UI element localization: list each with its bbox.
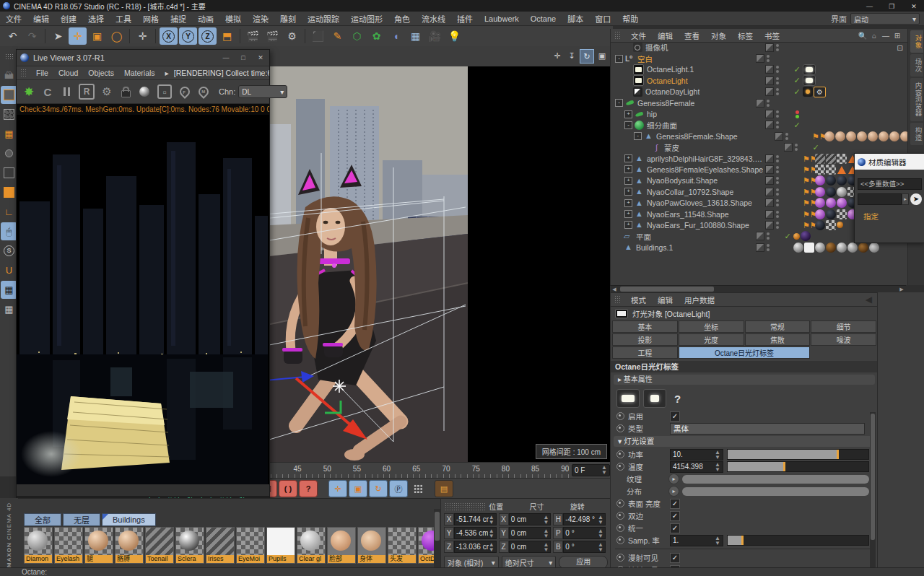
- tag-purple[interactable]: [815, 187, 825, 197]
- material-Clear gl[interactable]: Clear gl: [297, 527, 326, 564]
- material-Eyelash[interactable]: Eyelash: [54, 527, 83, 564]
- deformer-icon[interactable]: ◖: [387, 27, 405, 45]
- tag-flag[interactable]: ⚑⚑: [803, 209, 814, 219]
- visibility-toggles[interactable]: [765, 176, 791, 185]
- tag-skin[interactable]: [835, 131, 845, 141]
- material-Toenail[interactable]: Toenail: [145, 527, 174, 564]
- rotation-field[interactable]: 0 °▲▼: [563, 541, 606, 553]
- polygons-mode-icon[interactable]: [1, 183, 17, 201]
- basic-properties-group[interactable]: ▸ 基本属性: [614, 375, 875, 385]
- key-parameter-toggle[interactable]: Ⓟ: [389, 480, 408, 497]
- tag-gray[interactable]: [837, 187, 847, 197]
- workplane-mode-icon[interactable]: ▦: [1, 125, 17, 143]
- menu-工具[interactable]: 工具: [110, 13, 137, 25]
- workplane-grid-icon[interactable]: ▦: [1, 281, 17, 299]
- menu-脚本[interactable]: 脚本: [562, 13, 589, 25]
- menu-创建[interactable]: 创建: [55, 13, 82, 25]
- material-tab-Buildings[interactable]: Buildings: [102, 513, 156, 526]
- channel-dropdown[interactable]: DL▾: [238, 85, 287, 98]
- keyframe-dot-icon[interactable]: [616, 424, 624, 432]
- am-menu-用户数据[interactable]: 用户数据: [679, 294, 720, 305]
- tree-row-OctaneDayLight[interactable]: OctaneDayLight✓⚙: [611, 87, 907, 97]
- om-tab-构造[interactable]: 构造: [910, 123, 923, 145]
- attr-tab-常规[interactable]: 常规: [745, 320, 811, 333]
- attr-tab-工程[interactable]: 工程: [612, 346, 678, 359]
- tag-flag[interactable]: ⚑⚑: [803, 154, 814, 164]
- x-axis-lock-icon[interactable]: X: [160, 27, 178, 45]
- tree-row-摄像机[interactable]: 摄像机⊡: [611, 42, 907, 53]
- size-field[interactable]: 0 cm▲▼: [509, 541, 552, 553]
- visibility-toggles[interactable]: [775, 132, 801, 141]
- menu-窗口[interactable]: 窗口: [589, 13, 616, 25]
- material-身体[interactable]: 身体: [357, 527, 386, 564]
- tag-purple[interactable]: [815, 175, 825, 186]
- render-to-pv-icon[interactable]: 🎬: [263, 27, 282, 45]
- visibility-toggles[interactable]: [765, 198, 791, 207]
- material-Irises[interactable]: Irises: [206, 527, 235, 564]
- viewport-solo-icon[interactable]: 🖱: [1, 222, 17, 240]
- edges-mode-icon[interactable]: [1, 164, 17, 182]
- maximize-button[interactable]: ❐: [881, 3, 902, 10]
- lv-close-button[interactable]: ✕: [252, 54, 269, 61]
- area-light-type-button[interactable]: [616, 389, 640, 408]
- material-tab-无层[interactable]: 无层: [63, 513, 100, 526]
- tag-ball[interactable]: [837, 222, 843, 228]
- tag-checker[interactable]: [826, 165, 836, 175]
- live-viewer-titlebar[interactable]: Live Viewer 3.07-R1 — □ ✕: [17, 50, 269, 66]
- menu-角色[interactable]: 角色: [388, 13, 416, 25]
- om-menu-查看[interactable]: 查看: [679, 30, 705, 41]
- material-picker-icon[interactable]: M: [194, 82, 213, 101]
- tag-tri[interactable]: [837, 165, 847, 175]
- material-脸部[interactable]: 脸部: [327, 527, 356, 564]
- material-头发[interactable]: 头发: [388, 527, 417, 564]
- section-灯光设置[interactable]: ▾ 灯光设置: [614, 436, 875, 447]
- region-render-icon[interactable]: R: [79, 84, 95, 100]
- menu-插件[interactable]: 插件: [451, 13, 479, 25]
- lock-resolution-icon[interactable]: [116, 82, 135, 101]
- checkbox-双边[interactable]: ✓: [670, 511, 680, 521]
- tag-gray[interactable]: [847, 243, 858, 253]
- visibility-toggles[interactable]: [765, 65, 791, 74]
- camera-object-icon[interactable]: 🎥: [426, 27, 444, 45]
- tag-skin[interactable]: [824, 131, 834, 141]
- expand-arrow-icon[interactable]: ▸: [902, 193, 909, 205]
- key-rotation-toggle[interactable]: ↻: [369, 480, 388, 497]
- am-menu-编辑[interactable]: 编辑: [652, 294, 679, 305]
- tree-row-Genesis8Female[interactable]: -Genesis8Female: [611, 97, 907, 108]
- current-frame-field[interactable]: 0 F▲▼: [572, 464, 610, 476]
- restart-render-icon[interactable]: C: [38, 82, 57, 101]
- timeline-window-icon[interactable]: ▤: [435, 480, 453, 497]
- key-position-toggle[interactable]: ✛: [328, 480, 347, 497]
- value-温度[interactable]: 4154.398▲▼: [670, 461, 723, 473]
- key-pla-icon[interactable]: [409, 481, 427, 497]
- keyframe-dot-icon[interactable]: [616, 412, 624, 420]
- tag-gray[interactable]: [837, 243, 847, 253]
- tree-expander[interactable]: -: [615, 55, 623, 63]
- keyframe-dot-icon[interactable]: [616, 512, 624, 520]
- tag-flag[interactable]: ⚑⚑: [803, 198, 814, 208]
- visibility-toggles[interactable]: [765, 43, 791, 52]
- tag-purple[interactable]: [815, 198, 825, 208]
- menu-运动跟踪[interactable]: 运动跟踪: [302, 13, 345, 25]
- slider-温度[interactable]: [727, 461, 869, 472]
- visibility-toggles[interactable]: [756, 54, 782, 63]
- menu-Laubwerk[interactable]: Laubwerk: [479, 14, 525, 23]
- attr-tab-焦散[interactable]: 焦散: [745, 333, 811, 346]
- om-search-icon[interactable]: 🔍: [857, 32, 868, 40]
- y-axis-lock-icon[interactable]: Y: [179, 27, 197, 45]
- field-类型[interactable]: 黑体: [670, 423, 865, 435]
- menu-流水线[interactable]: 流水线: [416, 13, 451, 25]
- rotation-field[interactable]: 0 °▲▼: [563, 527, 606, 539]
- tree-row-Genesis8Female.Shape[interactable]: -▲Genesis8Female.Shape⚑⚑: [611, 131, 907, 141]
- material-Diamon[interactable]: Diamon: [24, 527, 53, 564]
- autokey-button[interactable]: ( ): [279, 480, 297, 497]
- points-mode-icon[interactable]: [1, 144, 17, 162]
- material-ball-icon[interactable]: [135, 82, 154, 101]
- texture-mode-icon[interactable]: [1, 105, 17, 123]
- material-tab-全部[interactable]: 全部: [24, 513, 61, 526]
- tag-dark[interactable]: [826, 209, 836, 219]
- mograph-icon[interactable]: ✿: [367, 27, 385, 45]
- undo-icon[interactable]: ↶: [4, 27, 22, 45]
- lv-maximize-button[interactable]: □: [235, 54, 252, 61]
- tag-purple[interactable]: [837, 198, 847, 208]
